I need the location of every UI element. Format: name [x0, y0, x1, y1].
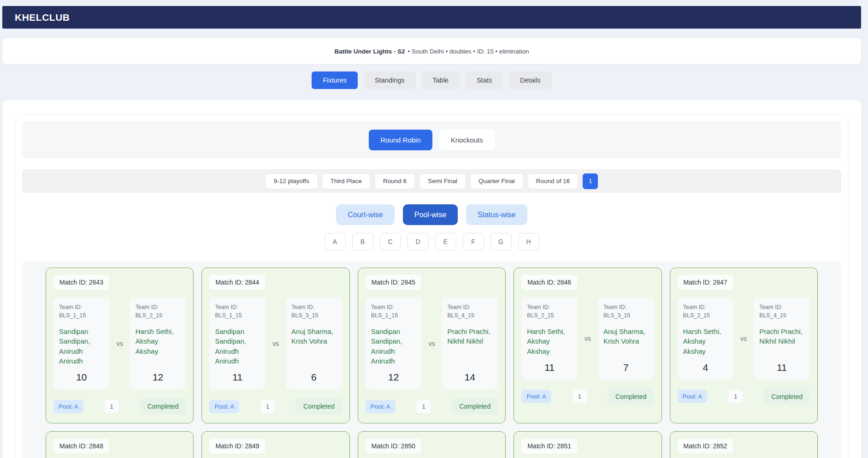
team-name: Sandipan Sandipan, Anirudh Anirudh: [371, 327, 416, 366]
team-score: 12: [371, 366, 416, 383]
team-box: Team ID: BLS_1_15 Sandipan Sandipan, Ani…: [366, 297, 422, 389]
pool-badge: Pool: A: [53, 400, 83, 413]
teams-row: Team ID: BLS_2_15 Harsh Sethi, Akshay Ak…: [678, 297, 810, 380]
pool-filter-a[interactable]: A: [325, 233, 346, 250]
card-footer: Pool: A 1 Completed: [209, 398, 342, 415]
pool-badge: Pool: A: [366, 400, 396, 413]
card-footer: Pool: A 1 Completed: [678, 388, 810, 405]
match-card: Match ID: 2848 Team ID: Team ID:: [46, 431, 194, 458]
match-id-badge: Match ID: 2843: [53, 275, 109, 290]
match-card: Match ID: 2846 Team ID: BLS_2_15 Harsh S…: [514, 268, 661, 423]
match-grid: Match ID: 2843 Team ID: BLS_1_15 Sandipa…: [46, 268, 818, 458]
team-box: Team ID: BLS_4_15 Prachi Prachi, Nikhil …: [754, 297, 810, 380]
page: KHELCLUB Battle Under Lights - S2 • Sout…: [0, 0, 868, 458]
team-id-label: Team ID: BLS_2_15: [683, 303, 728, 320]
tab-details[interactable]: Details: [509, 71, 551, 89]
team-name: Sandipan Sandipan, Anirudh Anirudh: [215, 327, 260, 366]
match-card: Match ID: 2851 Team ID: Team ID:: [514, 431, 661, 458]
team-id-label: Team ID: BLS_4_15: [759, 303, 804, 320]
team-score: 4: [683, 356, 728, 373]
tab-stats[interactable]: Stats: [466, 71, 503, 89]
vs-label: vs: [737, 335, 750, 342]
tab-standings[interactable]: Standings: [364, 71, 416, 89]
pool-badge: Pool: A: [521, 390, 551, 403]
round-filter-third-place[interactable]: Third Place: [322, 173, 370, 189]
team-box: Team ID: BLS_1_15 Sandipan Sandipan, Ani…: [209, 297, 266, 389]
team-id-label: Team ID: BLS_4_15: [448, 303, 493, 320]
team-name: Anuj Sharma, Krish Vohra: [291, 327, 337, 346]
fixtures-inner-card: Round Robin Knockouts 9-12 playoffs Thir…: [16, 115, 848, 458]
status-wise-button[interactable]: Status-wise: [466, 204, 527, 225]
round-filter-9-12-playoffs[interactable]: 9-12 playoffs: [266, 173, 318, 189]
teams-row: Team ID: BLS_1_15 Sandipan Sandipan, Ani…: [366, 297, 498, 389]
match-id-badge: Match ID: 2846: [521, 275, 577, 290]
status-badge: Completed: [140, 398, 186, 415]
stage-toggle-panel: Round Robin Knockouts: [22, 121, 841, 158]
team-name: Prachi Prachi, Nikhil Nikhil: [759, 327, 804, 346]
team-box: Team ID: BLS_3_15 Anuj Sharma, Krish Voh…: [286, 297, 342, 389]
round-filter-strip: 9-12 playoffs Third Place Round 6 Semi F…: [22, 169, 841, 193]
match-id-badge: Match ID: 2848: [53, 439, 109, 453]
tab-table[interactable]: Table: [422, 71, 460, 89]
match-id-badge: Match ID: 2845: [366, 275, 421, 290]
team-id-label: Team ID: BLS_1_15: [215, 303, 260, 320]
round-filter-round-of-16[interactable]: Round of 16: [528, 173, 579, 189]
court-number-badge: 1: [728, 390, 743, 403]
status-badge: Completed: [296, 398, 342, 415]
team-score: 14: [448, 366, 493, 383]
pool-badge: Pool: A: [678, 390, 708, 403]
pool-filter-d[interactable]: D: [407, 233, 429, 250]
pool-filter-c[interactable]: C: [380, 233, 401, 250]
match-card: Match ID: 2849 Team ID: Team ID:: [201, 431, 349, 458]
pool-filter-e[interactable]: E: [435, 233, 456, 250]
match-card: Match ID: 2850 Team ID: Team ID:: [358, 431, 506, 458]
round-filter-quarter-final[interactable]: Quarter Final: [470, 173, 523, 189]
match-card: Match ID: 2845 Team ID: BLS_1_15 Sandipa…: [358, 268, 506, 423]
knockouts-button[interactable]: Knockouts: [439, 130, 495, 150]
card-footer: Pool: A 1 Completed: [366, 398, 498, 415]
tab-fixtures[interactable]: Fixtures: [312, 71, 358, 89]
card-footer: Pool: A 1 Completed: [521, 388, 654, 405]
teams-row: Team ID: BLS_2_15 Harsh Sethi, Akshay Ak…: [521, 297, 654, 380]
match-panel: Match ID: 2843 Team ID: BLS_1_15 Sandipa…: [22, 262, 841, 458]
match-card: Match ID: 2844 Team ID: BLS_1_15 Sandipa…: [201, 268, 349, 423]
pool-filter-h[interactable]: H: [518, 233, 539, 250]
match-id-badge: Match ID: 2847: [678, 275, 733, 290]
status-badge: Completed: [452, 398, 498, 415]
team-name: Harsh Sethi, Akshay Akshay: [136, 327, 181, 356]
card-footer: Pool: A 1 Completed: [53, 398, 186, 415]
team-box: Team ID: BLS_2_15 Harsh Sethi, Akshay Ak…: [678, 297, 734, 380]
round-filter-round-6[interactable]: Round 6: [375, 173, 415, 189]
team-score: 6: [291, 366, 337, 383]
team-box: Team ID: BLS_3_15 Anuj Sharma, Krish Voh…: [598, 297, 654, 380]
pool-filter-row: A B C D E F G H: [22, 233, 841, 250]
vs-label: vs: [113, 340, 126, 347]
match-id-badge: Match ID: 2852: [678, 439, 733, 453]
round-robin-button[interactable]: Round Robin: [369, 130, 432, 150]
team-box: Team ID: BLS_2_15 Harsh Sethi, Akshay Ak…: [521, 297, 578, 380]
status-badge: Completed: [608, 388, 654, 405]
round-filter-1[interactable]: 1: [583, 173, 598, 189]
pool-filter-f[interactable]: F: [463, 233, 484, 250]
team-box: Team ID: BLS_2_15 Harsh Sethi, Akshay Ak…: [130, 297, 186, 389]
pool-filter-b[interactable]: B: [352, 233, 373, 250]
team-score: 11: [759, 356, 804, 373]
team-score: 7: [603, 356, 649, 373]
match-id-badge: Match ID: 2850: [366, 439, 421, 453]
round-filter-semi-final[interactable]: Semi Final: [419, 173, 466, 189]
court-wise-button[interactable]: Court-wise: [336, 204, 394, 225]
team-name: Sandipan Sandipan, Anirudh Anirudh: [59, 327, 104, 366]
team-id-label: Team ID: BLS_3_15: [291, 303, 337, 320]
team-name: Harsh Sethi, Akshay Akshay: [683, 327, 728, 356]
team-id-label: Team ID: BLS_2_15: [136, 303, 181, 320]
pool-filter-g[interactable]: G: [490, 233, 512, 250]
pool-wise-button[interactable]: Pool-wise: [403, 204, 458, 225]
match-card: Match ID: 2843 Team ID: BLS_1_15 Sandipa…: [46, 268, 194, 423]
team-name: Prachi Prachi, Nikhil Nikhil: [448, 327, 493, 346]
team-score: 11: [215, 366, 260, 383]
team-name: Harsh Sethi, Akshay Akshay: [527, 327, 572, 356]
team-id-label: Team ID: BLS_3_15: [603, 303, 649, 320]
teams-row: Team ID: BLS_1_15 Sandipan Sandipan, Ani…: [53, 297, 186, 389]
match-id-badge: Match ID: 2849: [209, 439, 265, 453]
teams-row: Team ID: BLS_1_15 Sandipan Sandipan, Ani…: [209, 297, 342, 389]
